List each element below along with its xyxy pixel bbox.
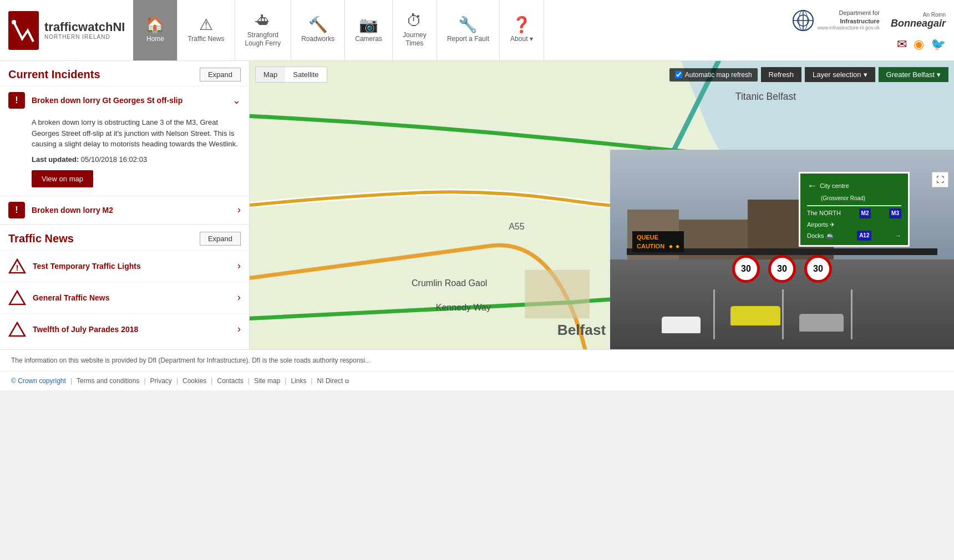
sign-m3-badge: M3	[889, 208, 901, 218]
traffic-news-expand-button[interactable]: Expand	[200, 232, 241, 246]
rss-icon[interactable]: ◉	[914, 37, 924, 52]
lane-mark-1	[713, 289, 715, 339]
footer-cookies-link[interactable]: Cookies	[182, 377, 206, 385]
incident-2-chevron: ›	[237, 204, 241, 216]
footer-contacts-link[interactable]: Contacts	[217, 377, 243, 385]
email-icon[interactable]: ✉	[897, 37, 907, 52]
report-fault-icon: 🔧	[458, 17, 478, 33]
traffic-news-3-header[interactable]: Twelfth of July Parades 2018 ›	[0, 314, 249, 345]
region-button[interactable]: Greater Belfast ▾	[879, 67, 948, 82]
footer-links: © Crown copyright | Terms and conditions…	[0, 371, 954, 390]
nav-label-home: Home	[146, 35, 164, 43]
map-type-buttons: Map Satellite	[255, 67, 327, 83]
nav-label-report-fault: Report a Fault	[447, 35, 489, 43]
traffic-news-1-header[interactable]: ! Test Temporary Traffic Lights ›	[0, 251, 249, 282]
nav-label-traffic-news: Traffic News	[187, 35, 224, 43]
incident-1: ! Broken down lorry Gt Georges St off-sl…	[0, 86, 249, 196]
incident-1-icon: !	[8, 92, 25, 109]
main-container: Current Incidents Expand ! Broken down l…	[0, 61, 954, 349]
lane-mark-3	[851, 289, 852, 339]
journey-times-icon: ⏱	[407, 13, 422, 29]
map-type-map-button[interactable]: Map	[256, 67, 285, 82]
sign-road-sub: (Grosvenor Road)	[807, 194, 901, 203]
sign-m2-badge: M2	[859, 208, 871, 218]
nav-item-roadworks[interactable]: 🔨 Roadworks	[291, 0, 345, 60]
queue-caution-sign: QUEUE CAUTION ⬥ ⬥	[632, 231, 684, 252]
warning-icon-1: !	[8, 257, 26, 275]
layer-selection-button[interactable]: Layer selection ▾	[805, 67, 875, 82]
footer-terms-link[interactable]: Terms and conditions	[77, 377, 139, 385]
nav-item-journey-times[interactable]: ⏱ JourneyTimes	[393, 0, 437, 60]
traffic-news-3-title: Twelfth of July Parades 2018	[33, 325, 237, 334]
incident-1-detail: A broken down lorry is obstructing Lane …	[0, 114, 249, 196]
car-1	[662, 317, 701, 333]
svg-marker-9	[9, 291, 25, 304]
logo-subtitle: NORTHERN IRELAND	[44, 34, 125, 40]
refresh-button[interactable]: Refresh	[761, 67, 802, 82]
speed-signs: 30 30 30	[732, 255, 832, 283]
traffic-news-3: Twelfth of July Parades 2018 ›	[0, 313, 249, 345]
gov-logos: Department for Infrastructure www.infras…	[792, 9, 946, 31]
nav-label-cameras: Cameras	[355, 35, 382, 43]
incidents-expand-button[interactable]: Expand	[200, 68, 241, 82]
incident-1-last-updated: Last updated: 05/10/2018 16:02:03	[32, 155, 241, 164]
footer-copyright[interactable]: © Crown copyright	[11, 377, 66, 385]
gov-logo-icon	[792, 9, 814, 32]
motorway-sign: ← City centre (Grosvenor Road) The NORTH…	[799, 172, 910, 247]
fullscreen-button[interactable]: ⛶	[932, 172, 948, 187]
gov-dept-text: Department for Infrastructure www.infras…	[818, 9, 880, 31]
nav-item-about[interactable]: ❓ About ▾	[500, 0, 544, 60]
car-3	[799, 314, 844, 332]
svg-text:Titanic Belfast: Titanic Belfast	[735, 91, 796, 102]
incident-1-description: A broken down lorry is obstructing Lane …	[32, 117, 241, 150]
car-2	[730, 306, 780, 325]
map-controls: Map Satellite Automatic map refresh Refr…	[250, 67, 954, 83]
speed-sign-3: 30	[804, 255, 832, 283]
sign-docks-text: Docks 🚢	[807, 231, 834, 241]
traffic-news-2-header[interactable]: General Traffic News ›	[0, 282, 249, 313]
svg-rect-12	[525, 270, 590, 319]
map-type-satellite-button[interactable]: Satellite	[285, 67, 326, 82]
traffic-news-icon: ⚠	[199, 17, 213, 33]
traffic-news-1-title: Test Temporary Traffic Lights	[33, 262, 237, 271]
logo-area: trafficwatchNI NORTHERN IRELAND	[0, 11, 133, 50]
traffic-news-title: Traffic News	[8, 232, 74, 245]
footer-links-link[interactable]: Links	[291, 377, 306, 385]
incident-2: ! Broken down lorry M2 ›	[0, 196, 249, 224]
cameras-icon: 📷	[359, 17, 378, 33]
ferry-icon: ⛴	[255, 13, 271, 29]
gov-irish-text: An Roinn Bonneagair	[891, 12, 946, 29]
svg-text:!: !	[16, 263, 19, 272]
auto-refresh-label: Automatic map refresh	[669, 68, 758, 82]
speed-sign-1: 30	[732, 255, 760, 283]
layer-selection-chevron-icon: ▾	[864, 70, 867, 79]
road-photo-overlay: ← City centre (Grosvenor Road) The NORTH…	[610, 150, 954, 349]
logo-text-area: trafficwatchNI NORTHERN IRELAND	[44, 21, 125, 40]
nav-item-cameras[interactable]: 📷 Cameras	[345, 0, 393, 60]
nav-label-ferry: StrangfordLough Ferry	[245, 31, 281, 47]
traffic-news-section: Traffic News Expand ! Test Temporary Tra…	[0, 224, 249, 345]
traffic-news-3-chevron: ›	[237, 323, 241, 335]
twitter-icon[interactable]: 🐦	[931, 37, 946, 52]
traffic-news-2-chevron: ›	[237, 292, 241, 303]
footer-ni-direct-link[interactable]: NI Direct ⧉	[317, 377, 349, 385]
incident-2-header[interactable]: ! Broken down lorry M2 ›	[0, 196, 249, 224]
nav-item-traffic-news[interactable]: ⚠ Traffic News	[177, 0, 235, 60]
nav-label-about: About ▾	[510, 35, 533, 43]
nav-item-ferry[interactable]: ⛴ StrangfordLough Ferry	[235, 0, 292, 60]
footer-sitemap-link[interactable]: Site map	[254, 377, 280, 385]
incident-1-header[interactable]: ! Broken down lorry Gt Georges St off-sl…	[0, 86, 249, 114]
svg-text:A55: A55	[509, 221, 525, 231]
header: trafficwatchNI NORTHERN IRELAND 🏠 Home ⚠…	[0, 0, 954, 61]
footer-privacy-link[interactable]: Privacy	[150, 377, 172, 385]
nav-item-report-fault[interactable]: 🔧 Report a Fault	[437, 0, 500, 60]
incident-1-chevron: ⌄	[232, 94, 241, 106]
external-link-icon: ⧉	[345, 378, 349, 384]
svg-text:Belfast: Belfast	[557, 322, 606, 338]
header-right: Department for Infrastructure www.infras…	[784, 3, 954, 57]
nav-item-home[interactable]: 🏠 Home	[133, 0, 177, 60]
footer-info: The information on this website is provi…	[0, 349, 954, 371]
view-on-map-button[interactable]: View on map	[32, 170, 93, 187]
auto-refresh-checkbox[interactable]	[675, 71, 682, 78]
sign-north-text: The NORTH	[807, 208, 841, 218]
